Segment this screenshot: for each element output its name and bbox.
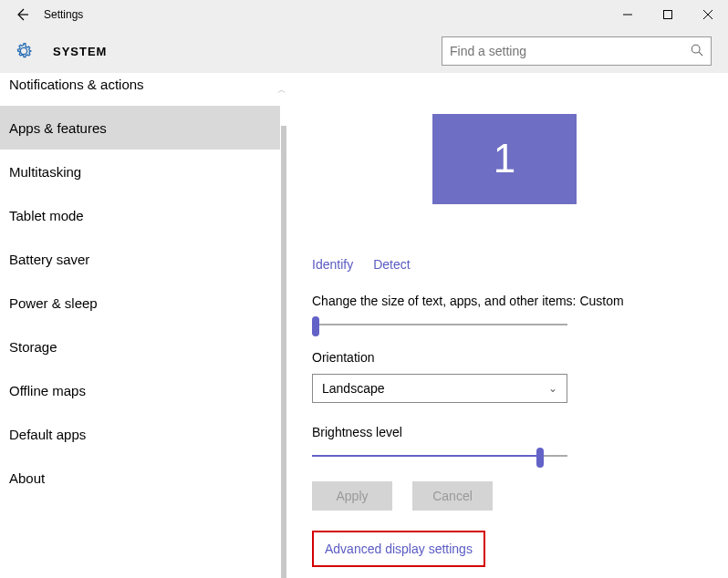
- svg-rect-0: [664, 11, 672, 19]
- monitor-thumbnail[interactable]: 1: [432, 114, 577, 204]
- sidebar-item-multitasking[interactable]: Multitasking: [0, 150, 280, 193]
- maximize-icon: [663, 10, 672, 19]
- orientation-label: Orientation: [312, 350, 728, 365]
- sidebar-item-label: Notifications & actions: [9, 77, 144, 92]
- slider-track-remainder: [540, 455, 567, 457]
- search-icon: [691, 44, 703, 59]
- cancel-button[interactable]: Cancel: [412, 481, 493, 511]
- sidebar-item-label: Battery saver: [9, 252, 89, 267]
- sidebar-item-label: Default apps: [9, 427, 86, 442]
- button-label: Cancel: [432, 489, 473, 503]
- gear-icon: [11, 38, 36, 64]
- sidebar-item-label: Storage: [9, 339, 57, 355]
- chevron-up-icon[interactable]: ︿: [277, 84, 286, 97]
- sidebar-item-label: Multitasking: [9, 164, 81, 180]
- display-preview: 1: [312, 73, 697, 244]
- button-label: Apply: [336, 489, 368, 503]
- sidebar-item-tablet-mode[interactable]: Tablet mode: [0, 193, 280, 237]
- link-label: Advanced display settings: [325, 542, 473, 556]
- minimize-icon: [623, 10, 632, 19]
- apply-button[interactable]: Apply: [312, 481, 392, 511]
- scale-slider[interactable]: [312, 321, 567, 328]
- slider-thumb[interactable]: [536, 448, 544, 468]
- content: 1 Identify Detect Change the size of tex…: [286, 73, 728, 578]
- sidebar-item-about[interactable]: About: [0, 456, 280, 500]
- detect-link[interactable]: Detect: [373, 257, 410, 272]
- sidebar-item-offline-maps[interactable]: Offline maps: [0, 368, 280, 412]
- advanced-display-settings-link[interactable]: Advanced display settings: [312, 531, 485, 567]
- slider-track-line: [312, 324, 567, 325]
- sidebar-item-power-sleep[interactable]: Power & sleep: [0, 281, 280, 325]
- monitor-number: 1: [494, 136, 515, 181]
- back-button[interactable]: [0, 0, 44, 29]
- brightness-label: Brightness level: [312, 425, 728, 439]
- orientation-select[interactable]: Landscape ⌄: [312, 374, 567, 403]
- close-icon: [703, 10, 712, 19]
- sidebar-item-label: Tablet mode: [9, 208, 84, 223]
- search-box[interactable]: [442, 36, 712, 66]
- svg-point-1: [692, 45, 700, 53]
- sidebar-item-label: Offline maps: [9, 383, 86, 398]
- search-input[interactable]: [450, 44, 691, 58]
- chevron-down-icon: ⌄: [548, 382, 557, 395]
- sidebar: Notifications & actions Apps & features …: [0, 73, 286, 578]
- sidebar-item-storage[interactable]: Storage: [0, 325, 280, 368]
- maximize-button[interactable]: [648, 0, 688, 29]
- header-title: SYSTEM: [53, 45, 107, 58]
- back-arrow-icon: [15, 7, 29, 22]
- sidebar-item-label: Power & sleep: [9, 295, 98, 311]
- scale-label: Change the size of text, apps, and other…: [312, 294, 728, 308]
- slider-thumb[interactable]: [312, 316, 319, 336]
- slider-track-line: [312, 455, 567, 457]
- brightness-slider[interactable]: [312, 452, 567, 459]
- sidebar-item-apps-features[interactable]: Apps & features: [0, 106, 280, 150]
- sidebar-item-label: Apps & features: [9, 120, 107, 136]
- window-title: Settings: [44, 8, 83, 21]
- header: SYSTEM: [0, 29, 728, 73]
- sidebar-item-default-apps[interactable]: Default apps: [0, 412, 280, 456]
- minimize-button[interactable]: [608, 0, 648, 29]
- titlebar: Settings: [0, 0, 728, 29]
- orientation-value: Landscape: [322, 381, 385, 396]
- sidebar-item-notifications[interactable]: Notifications & actions: [0, 73, 280, 106]
- close-button[interactable]: [688, 0, 728, 29]
- sidebar-item-battery-saver[interactable]: Battery saver: [0, 237, 280, 281]
- sidebar-item-label: About: [9, 470, 45, 486]
- identify-link[interactable]: Identify: [312, 257, 353, 272]
